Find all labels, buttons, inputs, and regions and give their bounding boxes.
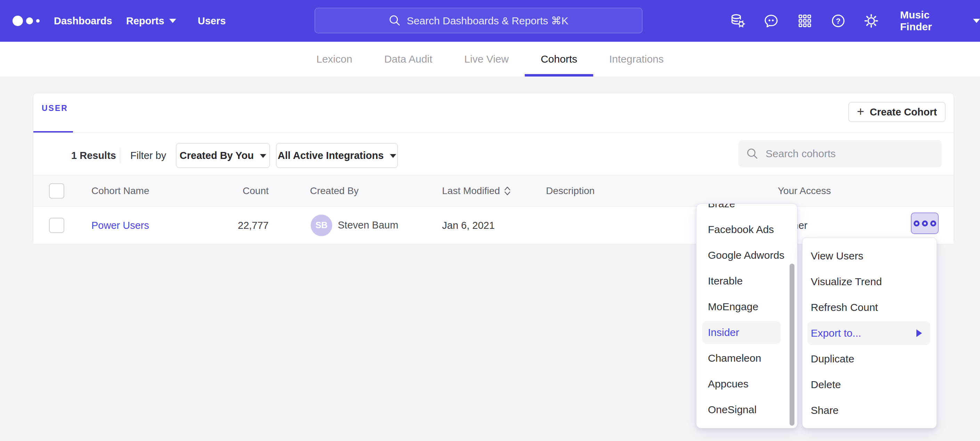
dot-icon xyxy=(930,220,936,227)
question-circle-glyph: ? xyxy=(830,13,846,29)
created-by-filter-dropdown[interactable]: Created By You xyxy=(176,143,270,168)
creator-name: Steven Baum xyxy=(338,219,398,231)
create-cohort-label: Create Cohort xyxy=(870,106,937,118)
col-last-modified-label: Last Modified xyxy=(442,185,500,197)
menu-item-delete[interactable]: Delete xyxy=(802,372,937,398)
dot-icon xyxy=(914,220,920,227)
table-header-row: Cohort Name Count Created By Last Modifi… xyxy=(33,175,954,206)
user-cohorts-tab[interactable]: USER xyxy=(42,104,68,113)
logo-dot-medium xyxy=(26,18,33,24)
col-count[interactable]: Count xyxy=(200,185,269,197)
last-modified-cell: Jan 6, 2021 xyxy=(442,219,495,231)
menu-item-export-to-label: Export to... xyxy=(811,327,861,339)
row-checkbox[interactable] xyxy=(49,218,64,233)
submenu-arrow-icon xyxy=(916,329,922,337)
tab-data-audit[interactable]: Data Audit xyxy=(368,42,448,77)
submenu-item-appcues[interactable]: Appcues xyxy=(697,371,797,397)
chevron-down-icon xyxy=(260,154,266,158)
col-your-access[interactable]: Your Access xyxy=(778,185,831,197)
submenu-item-google-adwords[interactable]: Google Adwords xyxy=(697,243,797,268)
cohort-count: 22,777 xyxy=(200,219,269,231)
database-gear-glyph xyxy=(730,13,746,29)
nav-reports-label: Reports xyxy=(126,15,164,27)
help-icon[interactable]: ? xyxy=(829,0,848,42)
submenu-item-insider[interactable]: Insider xyxy=(702,321,781,344)
tab-cohorts[interactable]: Cohorts xyxy=(525,42,593,77)
col-cohort-name[interactable]: Cohort Name xyxy=(91,185,150,197)
tab-integrations[interactable]: Integrations xyxy=(593,42,680,77)
cohort-search-input[interactable]: Search cohorts xyxy=(738,140,942,167)
nav-users-label: Users xyxy=(198,15,226,27)
menu-item-duplicate[interactable]: Duplicate xyxy=(802,346,937,372)
col-created-by[interactable]: Created By xyxy=(310,185,359,197)
top-navbar: Dashboards Reports Users Search Dashboar… xyxy=(0,0,980,42)
col-description[interactable]: Description xyxy=(546,185,595,197)
menu-item-export-to[interactable]: Export to... xyxy=(807,321,930,345)
export-destinations-list: Braze Facebook Ads Google Adwords Iterab… xyxy=(697,203,797,423)
app-screen: Dashboards Reports Users Search Dashboar… xyxy=(0,0,980,441)
created-by-filter-value: Created By You xyxy=(180,150,254,161)
results-count: 1 Results xyxy=(71,143,116,168)
settings-gear-icon[interactable] xyxy=(862,0,881,42)
dot-icon xyxy=(922,220,928,227)
global-search-placeholder: Search Dashboards & Reports ⌘K xyxy=(407,14,568,27)
search-icon xyxy=(746,147,759,160)
menu-item-visualize-trend[interactable]: Visualize Trend xyxy=(802,269,937,295)
grid-glyph xyxy=(797,13,813,29)
logo-dot-large xyxy=(13,16,23,26)
nav-dashboards-label: Dashboards xyxy=(54,15,112,27)
nav-users[interactable]: Users xyxy=(198,0,226,42)
submenu-item-iterable[interactable]: Iterable xyxy=(697,268,797,294)
project-name: Music Finder xyxy=(900,9,964,33)
tab-live-view[interactable]: Live View xyxy=(448,42,525,77)
submenu-item-moengage[interactable]: MoEngage xyxy=(697,294,797,320)
data-management-icon[interactable] xyxy=(729,0,748,42)
section-tabbar: Lexicon Data Audit Live View Cohorts Int… xyxy=(0,42,980,77)
menu-item-refresh-count[interactable]: Refresh Count xyxy=(802,295,937,320)
integrations-filter-dropdown[interactable]: All Active Integrations xyxy=(276,143,398,168)
chevron-down-icon xyxy=(390,154,396,158)
logo-dot-small xyxy=(36,19,40,22)
chevron-down-icon xyxy=(973,19,980,23)
submenu-item-facebook-ads[interactable]: Facebook Ads xyxy=(697,217,797,243)
messages-icon[interactable] xyxy=(761,0,781,42)
svg-text:?: ? xyxy=(836,17,840,26)
divider xyxy=(120,148,120,163)
row-more-actions-button[interactable] xyxy=(911,213,939,234)
row-context-menu: View Users Visualize Trend Refresh Count… xyxy=(802,237,937,428)
chat-bubble-glyph xyxy=(764,13,779,29)
tab-lexicon[interactable]: Lexicon xyxy=(300,42,368,77)
cohort-name-link[interactable]: Power Users xyxy=(91,219,149,231)
submenu-item-chameleon[interactable]: Chameleon xyxy=(697,345,797,371)
search-icon xyxy=(388,14,401,27)
submenu-scrollbar[interactable] xyxy=(789,264,794,426)
checkbox-box xyxy=(49,218,64,233)
cohort-search-placeholder: Search cohorts xyxy=(765,148,836,160)
gear-glyph xyxy=(863,13,879,29)
export-destinations-submenu: Braze Facebook Ads Google Adwords Iterab… xyxy=(696,203,797,428)
menu-item-view-users[interactable]: View Users xyxy=(802,243,937,269)
global-search-input[interactable]: Search Dashboards & Reports ⌘K xyxy=(315,8,643,34)
checkbox-box xyxy=(49,183,64,198)
created-by-cell: SB Steven Baum xyxy=(311,214,398,236)
submenu-item-onesignal[interactable]: OneSignal xyxy=(697,397,797,423)
divider xyxy=(33,133,954,133)
nav-dashboards[interactable]: Dashboards xyxy=(54,0,112,42)
apps-grid-icon[interactable] xyxy=(795,0,815,42)
sort-icon xyxy=(504,185,511,197)
filter-by-label: Filter by xyxy=(130,143,166,168)
chevron-down-icon xyxy=(169,19,176,23)
menu-item-share[interactable]: Share xyxy=(802,398,937,423)
plus-icon: + xyxy=(857,105,864,118)
select-all-checkbox[interactable] xyxy=(49,183,64,198)
avatar: SB xyxy=(311,214,332,236)
cohorts-card: USER + Create Cohort 1 Results Filter by… xyxy=(33,93,954,244)
nav-reports[interactable]: Reports xyxy=(126,0,176,42)
create-cohort-button[interactable]: + Create Cohort xyxy=(848,102,946,122)
mixpanel-logo-icon[interactable] xyxy=(13,0,44,42)
integrations-filter-value: All Active Integrations xyxy=(278,150,383,161)
submenu-item-braze[interactable]: Braze xyxy=(697,203,797,217)
project-selector[interactable]: Music Finder xyxy=(900,0,980,42)
col-last-modified[interactable]: Last Modified xyxy=(442,185,511,197)
